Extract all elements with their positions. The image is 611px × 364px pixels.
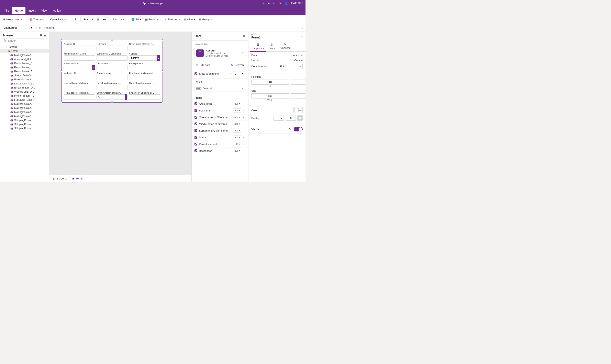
list-view-icon[interactable]: ☰ [40, 34, 42, 37]
input-city[interactable] [96, 85, 127, 90]
field-more-description-field[interactable]: ··· [243, 149, 245, 152]
input-website[interactable] [64, 75, 95, 80]
input-account-id[interactable] [64, 46, 95, 51]
field-type-middlename[interactable]: abc [233, 122, 241, 126]
canvas-tab-form2[interactable]: ▣ Form2 [69, 176, 86, 182]
sidebar-item-personname-g[interactable]: ▣ PersonName_G... [0, 61, 49, 65]
handle-tl[interactable] [61, 39, 62, 41]
sidebar-item-personname-s[interactable]: ▣ PersonName_S... [0, 69, 49, 73]
input-middle-name[interactable] [64, 55, 95, 61]
handle-tm[interactable] [111, 39, 113, 41]
menu-insert[interactable]: Insert [26, 7, 38, 14]
input-surname[interactable] [96, 55, 127, 61]
field-more-fullname[interactable]: ··· [243, 109, 245, 112]
tab-rules[interactable]: ⊛ Rules [266, 41, 277, 52]
input-status[interactable]: Inactive ▾ [129, 55, 160, 61]
tab-properties[interactable]: ⊞ Properties [250, 41, 266, 52]
field-more-accountid[interactable]: ··· [243, 102, 245, 105]
snap-checkbox[interactable] [194, 72, 197, 75]
canvas-tab-screen1[interactable]: ▢ Screen1 [51, 176, 69, 182]
data-panel-close[interactable]: ✕ [243, 34, 245, 38]
field-cb-givenname[interactable] [194, 116, 197, 119]
sidebar-item-mailing3[interactable]: ▣ MailingPostalA... [0, 110, 49, 114]
field-cb-parentaccount[interactable] [194, 143, 197, 145]
sidebar-item-fullname[interactable]: ▣ FullName_Data... [0, 98, 49, 102]
layout-option[interactable]: Vertical [194, 85, 245, 92]
menu-file[interactable]: File [2, 7, 12, 14]
help-icon[interactable]: ? [263, 1, 264, 5]
strikethrough-button[interactable]: ab [101, 17, 108, 22]
formula-input[interactable] [43, 26, 300, 30]
input-parent-account[interactable]: ▾ [64, 65, 95, 70]
props-help-icon[interactable]: ? [301, 36, 303, 39]
fields-more-icon[interactable]: ··· [242, 96, 245, 99]
field-cb-fullname[interactable] [194, 109, 197, 112]
formula-expand-icon[interactable]: ⌄ [302, 26, 304, 29]
field-type-description-field[interactable]: abc [233, 149, 241, 153]
input-given-name[interactable] [129, 46, 160, 51]
sidebar-item-parentaccount[interactable]: ▣ ParentAccount_... [0, 78, 49, 82]
undo-icon[interactable]: ↩ [273, 1, 276, 5]
refresh-button[interactable]: ↻ Refresh [229, 63, 245, 67]
field-type-givenname[interactable]: abc [233, 115, 241, 119]
field-cb-middlename[interactable] [194, 122, 197, 125]
handle-bl[interactable] [61, 101, 62, 103]
field-type-surname[interactable]: abc [233, 129, 241, 133]
handle-br[interactable] [162, 101, 163, 103]
handle-tr[interactable] [162, 39, 163, 41]
sidebar-item-mailingpostal1[interactable]: ▣ MailingPostalA... [0, 53, 49, 57]
field-type-parentaccount[interactable]: ⊞ [235, 142, 241, 146]
field-more-parentaccount[interactable]: ··· [243, 143, 245, 146]
sidebar-item-phone[interactable]: ▣ PhonePrimary_... [0, 94, 49, 98]
border-color-button[interactable] [297, 115, 303, 121]
props-mode-dropdown[interactable]: Edit [278, 64, 303, 69]
props-layout-value[interactable]: Vertical [294, 59, 303, 62]
field-type-status-field[interactable]: abc [233, 135, 241, 139]
size-height-input[interactable] [291, 93, 305, 98]
sidebar-item-screen1[interactable]: ▢ Screen1 [0, 45, 49, 49]
border-toolbar-button[interactable]: ▦ Border [144, 17, 160, 22]
tab-advanced[interactable]: fx Advanced [277, 41, 293, 52]
input-second-mailing[interactable] [64, 85, 95, 90]
sidebar-item-form2[interactable]: ▣ Form2 [0, 49, 49, 53]
input-country[interactable]: AF ▾ [96, 94, 127, 100]
sidebar-item-personname[interactable]: ▣ PersonName_... [0, 65, 49, 69]
color-picker-button[interactable]: ✏ [294, 107, 303, 113]
search-input[interactable] [8, 39, 45, 42]
align-text-button[interactable]: ≡ [119, 17, 126, 22]
group-button[interactable]: ⊟ Group [198, 17, 213, 22]
play-icon[interactable]: ▶ [268, 1, 270, 5]
reorder-button[interactable]: ⧉ Reorder [164, 17, 181, 22]
input-email[interactable] [129, 65, 160, 70]
field-type-fullname[interactable]: abc [233, 108, 241, 113]
sidebar-item-website[interactable]: ▣ WebsiteURL_D... [0, 90, 49, 94]
input-phone[interactable] [96, 75, 127, 80]
bold-button[interactable]: B [82, 17, 90, 22]
field-cb-status-field[interactable] [194, 136, 197, 139]
underline-button[interactable]: U [95, 17, 100, 22]
font-size-input[interactable] [71, 17, 79, 22]
field-more-surname[interactable]: ··· [243, 129, 245, 132]
sidebar-item-status[interactable]: ▣ Status_DataCar... [0, 73, 49, 78]
edit-data-button[interactable]: ✏ Edit data [194, 63, 212, 67]
input-description[interactable] [96, 65, 127, 70]
field-more-middlename[interactable]: ··· [243, 122, 245, 126]
field-type-accountid[interactable]: abc [233, 102, 241, 106]
font-color-button[interactable]: A [111, 17, 118, 22]
font-dropdown[interactable]: Open Sans [49, 17, 67, 22]
sidebar-item-description[interactable]: ▣ Description_Da... [0, 82, 49, 86]
fill-button[interactable]: 🪣 Fill [130, 17, 143, 22]
border-style-button[interactable] [273, 116, 284, 121]
italic-button[interactable]: I [91, 17, 95, 22]
datasource-item[interactable]: 🗄 Account rycu@microsoft.com Common Data… [194, 47, 245, 59]
menu-home[interactable]: Home [12, 7, 26, 14]
field-cb-description-field[interactable] [194, 149, 197, 152]
theme-button[interactable]: 🎨 Theme [28, 17, 45, 22]
sidebar-item-mailing1[interactable]: ▣ MailingPostalA... [0, 102, 49, 106]
input-full-name[interactable] [96, 46, 127, 51]
sidebar-item-email[interactable]: ▣ EmailPrimary_D... [0, 86, 49, 90]
menu-action[interactable]: Action [50, 7, 64, 14]
sidebar-item-mailing4[interactable]: ▣ MailingPostalA... [0, 114, 49, 118]
new-screen-button[interactable]: ⊞ New screen [2, 17, 24, 22]
snap-help-icon[interactable]: ? [230, 72, 231, 75]
